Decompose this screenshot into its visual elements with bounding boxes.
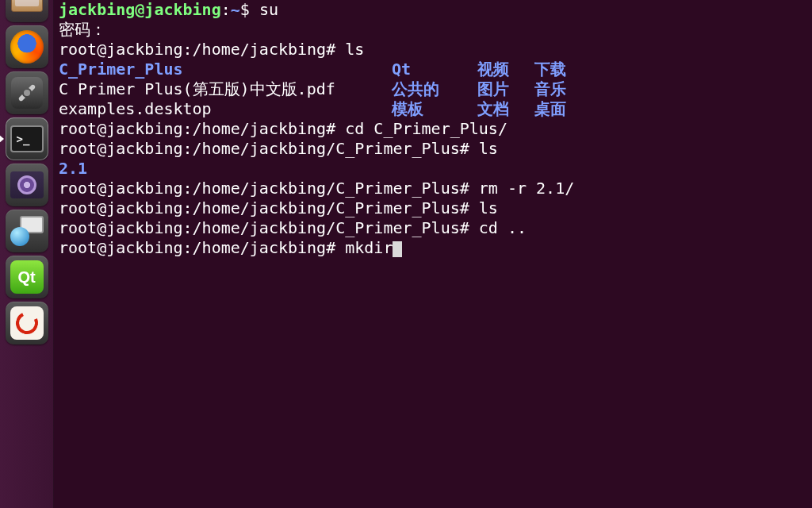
- dock-pdf[interactable]: [6, 302, 48, 344]
- root-prompt-1: root@jackbing:/home/jackbing#: [59, 40, 345, 59]
- ls-file-pdf: C Primer Plus(第五版)中文版.pdf: [59, 79, 392, 99]
- root-prompt-3: root@jackbing:/home/jackbing/C_Primer_Pl…: [59, 139, 479, 158]
- dock-files[interactable]: [6, 0, 48, 22]
- text-cursor: [393, 241, 402, 257]
- ls-dir-video: 视频: [477, 60, 534, 79]
- ls-dir-21: 2.1: [59, 159, 87, 178]
- prompt-user: jackbing@jackbing: [59, 0, 221, 19]
- active-indicator-icon: [0, 135, 4, 143]
- dock-media[interactable]: [6, 164, 48, 206]
- svg-point-0: [24, 90, 30, 96]
- unity-launcher: >_ Qt: [0, 0, 54, 508]
- media-icon: [10, 171, 44, 198]
- password-prompt: 密码：: [59, 20, 106, 39]
- root-prompt-5: root@jackbing:/home/jackbing/C_Primer_Pl…: [59, 198, 479, 217]
- cmd-cd-up: cd ..: [479, 218, 527, 237]
- prompt-path: ~: [231, 0, 240, 19]
- files-icon: [11, 0, 43, 12]
- qt-icon: Qt: [10, 260, 44, 294]
- dock-remote[interactable]: [6, 210, 48, 252]
- settings-icon: [11, 77, 43, 109]
- ls-dir-desktop: 桌面: [534, 99, 566, 119]
- dock-terminal[interactable]: >_: [6, 117, 48, 160]
- terminal-icon: >_: [10, 125, 44, 152]
- prompt-symbol: $: [240, 0, 259, 19]
- cmd-ls-2: ls: [479, 139, 498, 158]
- dock-qt[interactable]: Qt: [6, 256, 48, 298]
- terminal-window[interactable]: jackbing@jackbing:~$ su 密码： root@jackbin…: [54, 0, 812, 508]
- firefox-icon: [10, 30, 44, 64]
- root-prompt-4: root@jackbing:/home/jackbing/C_Primer_Pl…: [59, 179, 479, 198]
- ls-dir-pictures: 图片: [477, 79, 534, 99]
- remote-desktop-icon: [10, 216, 44, 246]
- ls-dir-public: 公共的: [392, 79, 477, 99]
- ls-dir-templates: 模板: [392, 99, 477, 119]
- cmd-rm: rm -r 2.1/: [479, 179, 574, 198]
- root-prompt-7: root@jackbing:/home/jackbing#: [59, 238, 345, 257]
- ls-dir-music: 音乐: [534, 79, 566, 99]
- cmd-cd-cprimer: cd C_Primer_Plus/: [345, 119, 508, 138]
- prompt-sep: :: [221, 0, 231, 19]
- ls-dir-documents: 文档: [477, 99, 534, 119]
- cmd-ls-3: ls: [479, 198, 498, 217]
- ls-dir-cprimer: C_Primer_Plus: [59, 60, 392, 79]
- dock-firefox[interactable]: [6, 25, 48, 68]
- dock-settings[interactable]: [6, 71, 48, 114]
- ls-file-examples: examples.desktop: [59, 99, 392, 119]
- ls-dir-qt: Qt: [392, 60, 477, 79]
- cmd-su: su: [259, 0, 278, 19]
- root-prompt-2: root@jackbing:/home/jackbing#: [59, 119, 345, 138]
- root-prompt-6: root@jackbing:/home/jackbing/C_Primer_Pl…: [59, 218, 479, 237]
- cmd-ls-1: ls: [345, 40, 364, 59]
- ls-dir-download: 下载: [534, 60, 566, 79]
- pdf-icon: [10, 306, 44, 340]
- cmd-mkdir: mkdir: [345, 238, 393, 257]
